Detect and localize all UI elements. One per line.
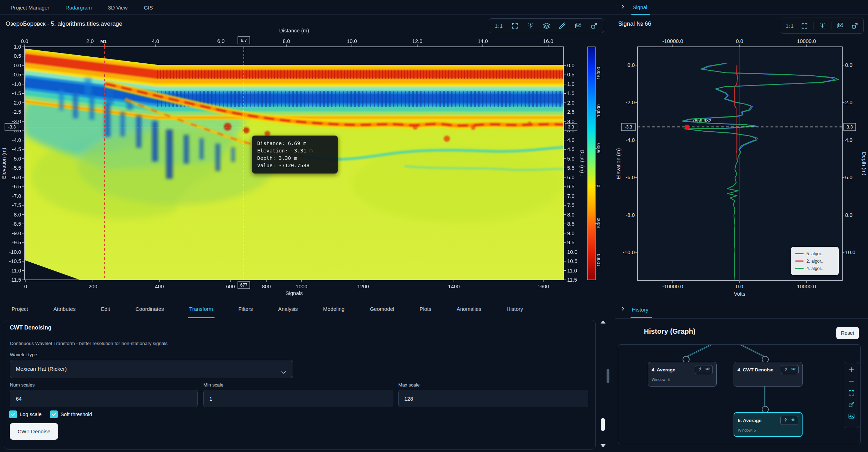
history-node-4-cwt-denoise[interactable]: 4. CWT Denoise (734, 362, 803, 387)
svg-text:-2.5: -2.5 (12, 109, 21, 115)
history-strip-border (615, 318, 868, 319)
svg-text:1400: 1400 (448, 283, 460, 289)
eye-icon[interactable] (791, 366, 796, 373)
tooltip-value: Value: -7120.7588 (257, 162, 332, 169)
top-navigation: Project ManagerRadargram3D ViewGIS Signa… (0, 0, 868, 15)
tab-transform[interactable]: Transform (189, 300, 213, 318)
tab-filters[interactable]: Filters (239, 300, 253, 318)
collapse-history-panel-button[interactable] (618, 305, 627, 314)
svg-text:Elevation (m): Elevation (m) (615, 148, 621, 179)
pencil-icon[interactable] (556, 20, 568, 31)
fullscreen-icon[interactable] (799, 20, 811, 31)
tooltip-distance: Distance: 6.69 m (257, 140, 332, 147)
wavelet-type-select[interactable]: Mexican Hat (Ricker) (10, 360, 293, 378)
tab-modeling[interactable]: Modeling (323, 300, 344, 318)
scale-1-1-button[interactable]: 1:1 (493, 20, 505, 31)
chevron-right-icon (620, 306, 626, 313)
svg-text:-2.0: -2.0 (12, 100, 21, 106)
cwt-denoise-button[interactable]: CWT Denoise (10, 423, 58, 440)
layers-icon[interactable] (540, 20, 552, 31)
fullscreen-icon[interactable] (509, 20, 521, 31)
radargram-tab-bar: ProjectAttributesEditCoordinatesTransfor… (0, 300, 602, 318)
tab-coordinates[interactable]: Coordinates (135, 300, 164, 318)
field-label: Num scales (10, 382, 198, 388)
svg-text:Elevation (m): Elevation (m) (1, 148, 7, 179)
svg-text:8.0: 8.0 (283, 38, 290, 44)
legend-entry: 2. algor... (795, 257, 835, 265)
svg-text:-2.0: -2.0 (626, 99, 635, 105)
zoom-in-icon[interactable] (848, 366, 855, 373)
checkbox-icon (9, 410, 17, 418)
svg-text:2.5: 2.5 (567, 109, 575, 115)
checkbox-soft-threshold[interactable]: Soft threshold (50, 410, 92, 418)
svg-text:-4.0: -4.0 (626, 137, 635, 143)
zap-icon[interactable] (783, 417, 788, 423)
tab-attributes[interactable]: Attributes (53, 300, 76, 318)
nav-item-gis[interactable]: GIS (144, 5, 153, 11)
svg-text:10000.0: 10000.0 (797, 38, 816, 44)
nav-item-3d-view[interactable]: 3D View (108, 5, 128, 11)
field-label: Min scale (203, 382, 393, 388)
tab-signal[interactable]: Signal (633, 4, 647, 10)
zap-icon[interactable] (784, 366, 788, 373)
tab-plots[interactable]: Plots (419, 300, 431, 318)
svg-text:-9.0: -9.0 (12, 230, 21, 236)
svg-text:-7.5: -7.5 (12, 202, 21, 208)
svg-text:0.0: 0.0 (736, 38, 743, 44)
scroll-down-arrow-icon[interactable] (601, 444, 606, 447)
svg-text:7.5: 7.5 (567, 202, 575, 208)
scroll-up-arrow-icon[interactable] (601, 320, 606, 324)
svg-text:10.5: 10.5 (567, 258, 577, 264)
panel-scrollbar-thumb[interactable] (607, 369, 609, 383)
tab-project[interactable]: Project (12, 300, 28, 318)
open-external-icon[interactable] (848, 401, 855, 408)
svg-text:3.3: 3.3 (568, 125, 574, 130)
scale-1-1-button[interactable]: 1:1 (784, 20, 796, 31)
legend-line (795, 253, 804, 254)
vertical-stretch-icon[interactable] (525, 20, 537, 31)
tab-geomodel[interactable]: Geomodel (370, 300, 394, 318)
toolbar-divider (831, 22, 831, 30)
history-node-4-average[interactable]: 4. AverageWindow: 5 (648, 362, 717, 387)
checkbox-label: Soft threshold (61, 412, 92, 417)
eye-off-icon[interactable] (705, 366, 710, 373)
tab-edit[interactable]: Edit (101, 300, 110, 318)
open-external-icon[interactable] (588, 20, 600, 31)
snapshot-icon[interactable] (848, 412, 855, 420)
svg-text:8.5: 8.5 (567, 221, 575, 227)
tab-history[interactable]: History (632, 307, 648, 313)
zoom-out-icon[interactable] (848, 377, 855, 385)
svg-text:-6.0: -6.0 (12, 174, 21, 180)
collapse-signal-panel-button[interactable] (618, 3, 627, 12)
checkbox-log-scale[interactable]: Log scale (9, 410, 42, 418)
tab-history[interactable]: History (507, 300, 523, 318)
nav-item-radargram[interactable]: Radargram (65, 5, 92, 11)
checkbox-label: Log scale (20, 412, 42, 417)
wavelet-type-label: Wavelet type (10, 352, 37, 357)
nav-item-project-manager[interactable]: Project Manager (11, 5, 49, 11)
svg-text:4.5: 4.5 (567, 146, 575, 152)
tab-anomalies[interactable]: Anomalies (457, 300, 481, 318)
svg-text:Depth (m) ↓: Depth (m) ↓ (579, 150, 585, 177)
zap-icon[interactable] (698, 366, 703, 373)
min-scale-input[interactable] (203, 390, 393, 407)
history-node-5-average[interactable]: 5. AverageWindow: 5 (734, 412, 803, 437)
images-icon[interactable] (572, 20, 584, 31)
num-scales-input[interactable] (10, 390, 198, 407)
svg-text:400: 400 (155, 283, 164, 289)
svg-text:-3.3: -3.3 (625, 125, 632, 130)
scrollbar-thumb[interactable] (601, 418, 605, 431)
open-external-icon[interactable] (849, 20, 861, 31)
images-icon[interactable] (834, 20, 846, 31)
svg-text:0: 0 (24, 283, 27, 289)
history-graph-canvas[interactable]: 4. AverageWindow: 54. CWT Denoise5. Aver… (618, 344, 861, 444)
tab-analysis[interactable]: Analysis (278, 300, 298, 318)
max-scale-input[interactable] (398, 390, 588, 407)
fit-view-icon[interactable] (848, 389, 855, 397)
svg-text:14.0: 14.0 (477, 38, 488, 44)
eye-icon[interactable] (791, 417, 796, 423)
svg-text:15000: 15000 (596, 67, 601, 80)
reset-button[interactable]: Reset (836, 327, 859, 339)
svg-text:-10.0: -10.0 (623, 249, 635, 255)
vertical-stretch-icon[interactable] (816, 20, 828, 31)
